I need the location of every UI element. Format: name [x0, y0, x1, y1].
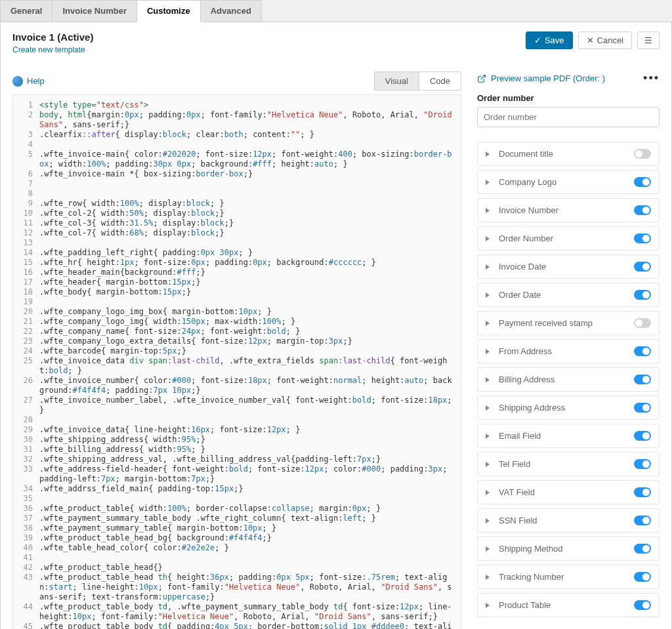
code-text: .wfte_col-7{ width:68%; display:block;} — [39, 228, 461, 238]
accordion-tracking-number[interactable]: Tracking Number — [477, 565, 660, 589]
help-link[interactable]: Help — [12, 76, 45, 87]
tab-advanced[interactable]: Advanced — [200, 0, 262, 22]
accordion-order-date[interactable]: Order Date — [477, 283, 660, 307]
chevron-right-icon — [486, 603, 490, 608]
line-number: 37 — [13, 514, 39, 523]
accordion-order-number[interactable]: Order Number — [477, 226, 660, 251]
code-line: 36.wfte_product_table{ width:100%; borde… — [13, 504, 461, 514]
visual-tab[interactable]: Visual — [374, 71, 419, 91]
line-number: 30 — [13, 435, 39, 445]
code-line: 43.wfte_product_table_head th{ height:36… — [13, 573, 461, 602]
accordion-vat-field[interactable]: VAT Field — [477, 480, 660, 504]
accordion-company-logo[interactable]: Company Logo — [477, 170, 660, 194]
tab-customize[interactable]: Customize — [136, 0, 201, 22]
accordion-payment-received-stamp[interactable]: Payment received stamp — [477, 311, 660, 335]
code-text: .wfte_hr{ height:1px; font-size:0px; pad… — [39, 258, 461, 268]
code-line: 30.wfte_shipping_address{ width:95%;} — [13, 435, 461, 445]
toggle-switch[interactable] — [634, 149, 651, 159]
line-number: 38 — [13, 523, 39, 533]
tab-invoice-number[interactable]: Invoice Number — [52, 0, 137, 22]
code-line: 45.wfte_product_table_body td{ padding:4… — [13, 622, 461, 629]
accordion-tel-field[interactable]: Tel Field — [477, 452, 660, 476]
code-text: .wfte_barcode{ margin-top:5px;} — [39, 346, 461, 356]
code-text: .wfte_body{ margin-bottom:15px;} — [39, 287, 461, 297]
more-menu-button[interactable]: ☰ — [637, 31, 660, 49]
line-number: 9 — [13, 199, 39, 209]
toggle-switch[interactable] — [634, 177, 651, 187]
toggle-switch[interactable] — [634, 318, 651, 328]
accordion-shipping-address[interactable]: Shipping Address — [477, 396, 660, 420]
accordion-product-table[interactable]: Product Table — [477, 593, 660, 617]
line-number: 4 — [13, 140, 39, 150]
toggle-switch[interactable] — [634, 544, 651, 554]
line-number: 11 — [13, 218, 39, 228]
toggle-switch[interactable] — [634, 262, 651, 272]
tab-general[interactable]: General — [0, 0, 52, 22]
preview-more-button[interactable]: ••• — [643, 71, 660, 85]
accordion-ssn-field[interactable]: SSN Field — [477, 508, 660, 533]
chevron-right-icon — [486, 546, 490, 552]
toggle-switch[interactable] — [634, 346, 651, 356]
create-template-link[interactable]: Create new template — [12, 45, 85, 54]
line-number: 34 — [13, 484, 39, 494]
toggle-switch[interactable] — [634, 290, 651, 300]
toggle-switch[interactable] — [634, 233, 651, 243]
code-line: 1<style type="text/css"> — [13, 100, 461, 110]
line-number: 5 — [13, 150, 39, 169]
line-number: 17 — [13, 277, 39, 287]
code-text: .wfte_address-field-header{ font-weight:… — [39, 464, 461, 484]
line-number: 16 — [13, 268, 39, 277]
code-line: 35 — [13, 494, 461, 504]
line-number: 35 — [13, 494, 39, 504]
preview-pdf-link[interactable]: Preview sample PDF (Order: ) — [477, 73, 605, 83]
code-text: .wfte_addrss_field_main{ padding-top:15p… — [39, 484, 461, 494]
code-line: 14.wfte_padding_left_right{ padding:0px … — [13, 248, 461, 258]
toggle-switch[interactable] — [634, 375, 651, 384]
code-line: 7 — [13, 179, 461, 189]
chevron-right-icon — [486, 236, 490, 241]
line-number: 12 — [13, 228, 39, 238]
line-number: 19 — [13, 297, 39, 307]
code-text: .wfte_company_logo_extra_details{ font-s… — [39, 336, 461, 346]
code-text: .wfte_invoice_data{ line-height:16px; fo… — [39, 425, 461, 435]
code-line: 37.wfte_payment_summary_table_body .wfte… — [13, 514, 461, 523]
save-button-label: Save — [545, 35, 564, 45]
line-number: 43 — [13, 573, 39, 602]
code-line: 24.wfte_barcode{ margin-top:5px;} — [13, 346, 461, 356]
accordion-label: Shipping Address — [499, 403, 634, 413]
accordion-shipping-method[interactable]: Shipping Method — [477, 537, 660, 561]
line-number: 29 — [13, 425, 39, 435]
cancel-button[interactable]: ✕ Cancel — [578, 31, 632, 49]
toggle-switch[interactable] — [634, 403, 651, 413]
line-number: 26 — [13, 376, 39, 396]
save-button[interactable]: ✓ Save — [526, 31, 573, 49]
accordion-label: Billing Address — [499, 375, 634, 384]
code-line: 10.wfte_col-2{ width:50%; display:block;… — [13, 209, 461, 218]
line-number: 24 — [13, 346, 39, 356]
toggle-switch[interactable] — [634, 487, 651, 497]
code-line: 15.wfte_hr{ height:1px; font-size:0px; p… — [13, 258, 461, 268]
code-text — [39, 553, 461, 563]
toggle-switch[interactable] — [634, 516, 651, 525]
order-number-input[interactable] — [477, 107, 660, 127]
toggle-switch[interactable] — [634, 431, 651, 441]
code-tab[interactable]: Code — [419, 71, 461, 91]
accordion-billing-address[interactable]: Billing Address — [477, 367, 660, 392]
line-number: 40 — [13, 543, 39, 553]
order-number-label: Order number — [477, 93, 660, 103]
accordion-email-field[interactable]: Email Field — [477, 424, 660, 448]
accordion-invoice-date[interactable]: Invoice Date — [477, 254, 660, 279]
accordion-document-title[interactable]: Document title — [477, 142, 660, 166]
toggle-switch[interactable] — [634, 600, 651, 610]
line-number: 45 — [13, 622, 39, 629]
code-text: body, html{margin:0px; padding:0px; font… — [39, 110, 461, 130]
help-label: Help — [27, 76, 45, 86]
code-editor[interactable]: 1<style type="text/css">2body, html{marg… — [12, 94, 461, 629]
toggle-switch[interactable] — [634, 205, 651, 215]
chevron-right-icon — [486, 490, 490, 495]
line-number: 6 — [13, 169, 39, 179]
toggle-switch[interactable] — [634, 572, 651, 582]
accordion-from-address[interactable]: From Address — [477, 339, 660, 363]
toggle-switch[interactable] — [634, 459, 651, 469]
accordion-invoice-number[interactable]: Invoice Number — [477, 198, 660, 222]
